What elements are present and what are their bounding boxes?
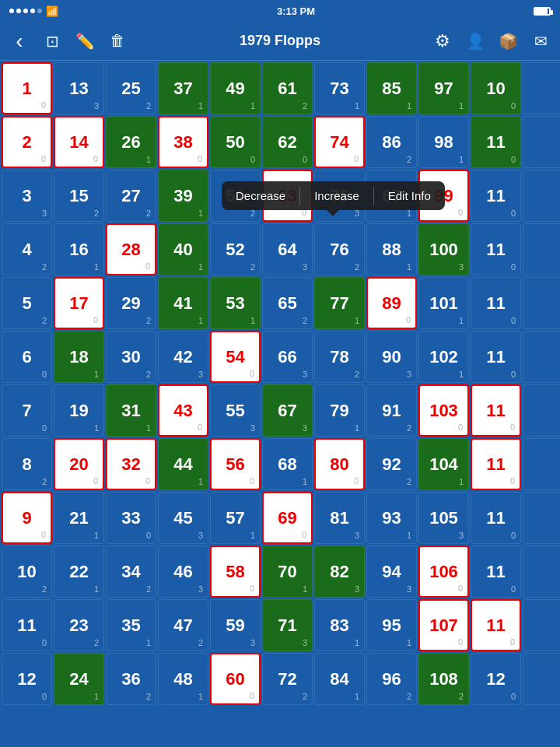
table-row[interactable]: 302 (106, 331, 156, 383)
table-row[interactable]: 481 (158, 653, 208, 705)
table-row[interactable]: 100 (471, 62, 521, 114)
table-row[interactable]: 380 (158, 116, 208, 168)
table-row[interactable]: 161 (54, 223, 104, 275)
table-row[interactable]: 1011 (418, 277, 469, 329)
table-row[interactable]: 430 (158, 384, 208, 437)
table-row[interactable] (523, 599, 560, 651)
table-row[interactable]: 120 (471, 653, 521, 705)
table-row[interactable]: 862 (366, 116, 417, 168)
table-row[interactable] (523, 62, 560, 114)
table-row[interactable]: 330 (106, 492, 156, 544)
table-row[interactable] (523, 438, 560, 490)
table-row[interactable]: 593 (210, 599, 261, 651)
table-row[interactable]: 962 (366, 653, 417, 705)
table-row[interactable]: 620 (262, 116, 313, 168)
table-row[interactable]: 463 (158, 545, 208, 598)
table-row[interactable]: 663 (262, 331, 313, 383)
table-row[interactable] (523, 384, 560, 437)
mail-icon[interactable]: ✉ (529, 32, 552, 51)
table-row[interactable]: 411 (158, 277, 208, 329)
table-row[interactable]: 52 (2, 277, 52, 329)
table-row[interactable]: 401 (158, 223, 208, 275)
table-row[interactable]: 890 (366, 277, 417, 329)
table-row[interactable]: 261 (106, 116, 156, 168)
table-row[interactable]: 823 (314, 545, 365, 598)
table-row[interactable]: 771 (314, 277, 365, 329)
table-row[interactable]: 33 (2, 170, 52, 222)
table-row[interactable]: 110 (471, 223, 521, 275)
table-row[interactable]: 571 (210, 492, 261, 544)
table-row[interactable]: 762 (314, 223, 365, 275)
table-row[interactable]: 10 (2, 62, 52, 114)
table-row[interactable]: 82 (2, 438, 52, 490)
table-row[interactable]: 342 (106, 545, 156, 598)
table-row[interactable] (523, 223, 560, 275)
table-row[interactable]: 800 (314, 438, 365, 490)
table-row[interactable] (523, 653, 560, 705)
table-row[interactable] (523, 277, 560, 329)
table-row[interactable]: 391 (158, 170, 208, 222)
table-row[interactable]: 1070 (418, 599, 469, 651)
table-row[interactable]: 531 (210, 277, 261, 329)
table-row[interactable]: 272 (106, 170, 156, 222)
trash-icon[interactable]: 🗑 (106, 32, 129, 50)
table-row[interactable]: 903 (366, 331, 417, 383)
table-row[interactable]: 280 (106, 223, 156, 275)
back-button[interactable]: ‹ (8, 29, 31, 54)
table-row[interactable]: 740 (314, 116, 365, 168)
table-row[interactable]: 831 (314, 599, 365, 651)
table-row[interactable]: 232 (54, 599, 104, 651)
table-row[interactable]: 371 (158, 62, 208, 114)
table-row[interactable]: 241 (54, 653, 104, 705)
table-row[interactable]: 643 (262, 223, 313, 275)
table-row[interactable]: 110 (471, 545, 521, 598)
table-row[interactable]: 133 (54, 62, 104, 114)
table-row[interactable]: 791 (314, 384, 365, 437)
table-row[interactable]: 612 (262, 62, 313, 114)
table-row[interactable]: 540 (210, 331, 261, 383)
table-row[interactable]: 1021 (418, 331, 469, 383)
table-row[interactable]: 60 (2, 331, 52, 383)
table-row[interactable]: 851 (366, 62, 417, 114)
table-row[interactable]: 90 (2, 492, 52, 544)
table-row[interactable]: 560 (210, 438, 261, 490)
table-row[interactable]: 252 (106, 62, 156, 114)
increase-button[interactable]: Increase (300, 181, 373, 210)
table-row[interactable]: 580 (210, 545, 261, 598)
table-row[interactable]: 553 (210, 384, 261, 437)
table-row[interactable]: 110 (471, 599, 521, 651)
table-row[interactable]: 713 (262, 599, 313, 651)
table-row[interactable]: 813 (314, 492, 365, 544)
table-row[interactable]: 931 (366, 492, 417, 544)
table-row[interactable]: 472 (158, 599, 208, 651)
table-row[interactable]: 110 (471, 492, 521, 544)
table-row[interactable]: 181 (54, 331, 104, 383)
table-row[interactable]: 152 (54, 170, 104, 222)
table-row[interactable] (523, 170, 560, 222)
person-icon[interactable]: 👤 (464, 32, 487, 51)
table-row[interactable]: 200 (54, 438, 104, 490)
table-row[interactable]: 70 (2, 384, 52, 437)
table-row[interactable]: 701 (262, 545, 313, 598)
table-row[interactable] (523, 116, 560, 168)
table-row[interactable]: 351 (106, 599, 156, 651)
table-row[interactable]: 841 (314, 653, 365, 705)
table-row[interactable]: 102 (2, 545, 52, 598)
table-row[interactable]: 522 (210, 223, 261, 275)
table-row[interactable]: 362 (106, 653, 156, 705)
table-row[interactable]: 110 (471, 331, 521, 383)
table-row[interactable]: 191 (54, 384, 104, 437)
table-row[interactable]: 110 (471, 277, 521, 329)
table-row[interactable]: 673 (262, 384, 313, 437)
table-row[interactable]: 912 (366, 384, 417, 437)
table-row[interactable]: 1030 (418, 384, 469, 437)
table-row[interactable]: 681 (262, 438, 313, 490)
table-row[interactable]: 731 (314, 62, 365, 114)
table-row[interactable]: 110 (471, 384, 521, 437)
table-row[interactable]: 782 (314, 331, 365, 383)
table-row[interactable]: 110 (2, 599, 52, 651)
table-row[interactable]: 1003 (418, 223, 469, 275)
monitor-icon[interactable]: ⊡ (40, 32, 64, 51)
settings-icon[interactable]: ⚙ (431, 31, 454, 51)
table-row[interactable]: 221 (54, 545, 104, 598)
